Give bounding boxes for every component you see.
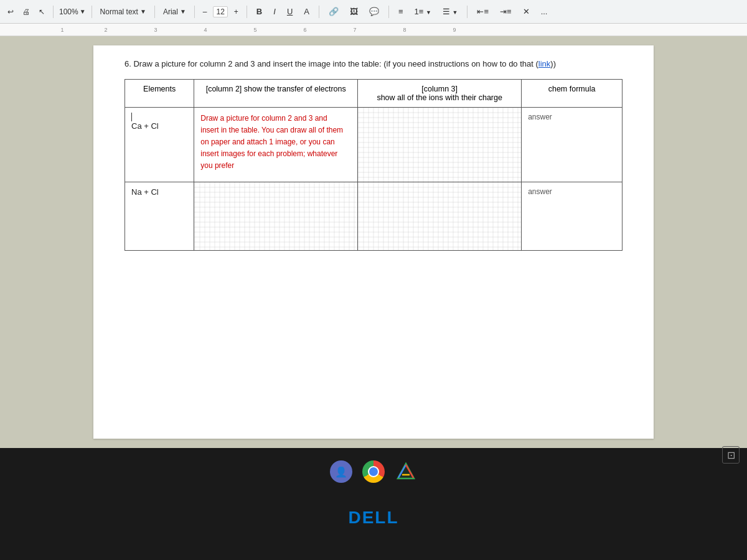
separator4 (194, 6, 195, 18)
header-col3-line2: show all of the ions with their charge (377, 93, 502, 102)
clear-format-icon[interactable]: ✕ (519, 6, 533, 17)
instruction-link[interactable]: link (538, 59, 551, 68)
zoom-value: 100% (59, 7, 78, 16)
document-area: 6. Draw a picture for column 2 and 3 and… (0, 36, 747, 448)
drive-icon[interactable] (395, 460, 417, 483)
separator2 (92, 6, 92, 18)
dell-logo: DELL (348, 508, 398, 528)
zoom-control[interactable]: 100% ▼ (59, 7, 86, 16)
link-icon[interactable]: 🔗 (325, 6, 342, 17)
font-increase-btn[interactable]: + (232, 6, 241, 17)
taskbar-icons: 👤 (330, 460, 417, 483)
cursor (131, 113, 132, 121)
instruction-main: 6. Draw a picture for column 2 and 3 and… (125, 59, 538, 68)
image-icon[interactable]: 🖼 (346, 6, 362, 17)
ruler-mark: 5 (230, 27, 280, 33)
text-color-button[interactable]: A (300, 6, 313, 17)
checklist-icon[interactable]: ☰ ▼ (439, 6, 462, 17)
ruler-mark: 4 (181, 27, 230, 33)
cursor-icon[interactable]: ↖ (36, 6, 47, 17)
header-elements: Elements (125, 79, 194, 107)
ruler-mark: 1 (44, 27, 81, 33)
ruler-mark: 2 (81, 27, 131, 33)
style-label: Normal text (100, 7, 138, 16)
element-cell-1: Ca + Cl (125, 107, 194, 182)
ruler-mark: 9 (430, 27, 479, 33)
align-icon[interactable]: ≡ (395, 6, 407, 17)
style-dropdown-icon: ▼ (140, 8, 146, 15)
window-icon[interactable]: ⊡ (722, 446, 740, 464)
header-col2: [column 2] show the transfer of electron… (194, 79, 358, 107)
taskbar: 👤 DELL (0, 448, 747, 560)
table-row: Na + Cl answer (125, 182, 622, 250)
document-page: 6. Draw a picture for column 2 and 3 and… (93, 45, 654, 439)
table-row: Ca + Cl Draw a picture for column 2 and … (125, 107, 622, 182)
separator6 (319, 6, 319, 18)
chem-cell-2[interactable]: answer (522, 182, 622, 250)
bold-button[interactable]: B (253, 6, 266, 17)
indent-decrease-icon[interactable]: ⇤≡ (473, 6, 492, 17)
ruler-marks: 1 2 3 4 5 6 7 8 9 (37, 27, 747, 33)
font-size-box: 12 (213, 6, 227, 17)
zoom-dropdown-icon[interactable]: ▼ (80, 8, 86, 15)
ruler-mark: 3 (131, 27, 181, 33)
element-label-1: Ca + Cl (131, 121, 159, 131)
answer-label-1: answer (528, 113, 552, 121)
instruction-end: )) (550, 59, 556, 68)
element-label-2: Na + Cl (131, 187, 159, 197)
chem-cell-1[interactable]: answer (522, 107, 622, 182)
instruction-text: 6. Draw a picture for column 2 and 3 and… (125, 58, 622, 70)
draw-instruction-text: Draw a picture for column 2 and 3 and in… (200, 114, 343, 170)
header-chem: chem formula (522, 79, 622, 107)
indent-icon[interactable]: ⇥≡ (496, 6, 515, 17)
style-dropdown[interactable]: Normal text ▼ (98, 6, 149, 17)
separator5 (247, 6, 247, 18)
font-size-value: 12 (216, 7, 224, 16)
ruler-mark: 7 (330, 27, 380, 33)
header-col3: [column 3] show all of the ions with the… (358, 79, 522, 107)
print-icon[interactable]: 🖨 (20, 6, 32, 17)
font-decrease-btn[interactable]: – (200, 6, 210, 17)
undo-icon[interactable]: ↩ (5, 6, 16, 17)
header-col3-line1: [column 3] (421, 85, 458, 93)
element-cell-2: Na + Cl (125, 182, 194, 250)
separator (53, 6, 54, 18)
font-dropdown-icon: ▼ (180, 8, 186, 15)
underline-button[interactable]: U (283, 6, 296, 17)
separator7 (388, 6, 389, 18)
svg-marker-2 (398, 465, 413, 478)
user-icon[interactable]: 👤 (330, 460, 352, 483)
col3-cell-2[interactable] (358, 182, 522, 250)
separator8 (467, 6, 467, 18)
col2-cell-1[interactable]: Draw a picture for column 2 and 3 and in… (194, 107, 358, 182)
ruler-mark: 6 (280, 27, 330, 33)
ruler: 1 2 3 4 5 6 7 8 9 (0, 24, 747, 36)
table-header-row: Elements [column 2] show the transfer of… (125, 79, 622, 107)
content-table: Elements [column 2] show the transfer of… (125, 79, 622, 251)
font-label: Arial (163, 7, 178, 16)
font-dropdown[interactable]: Arial ▼ (161, 6, 189, 17)
chrome-icon[interactable] (362, 460, 385, 483)
ruler-mark: 8 (380, 27, 430, 33)
separator3 (154, 6, 155, 18)
italic-button[interactable]: I (270, 6, 280, 17)
answer-label-2: answer (528, 187, 552, 196)
line-spacing-icon[interactable]: 1≡ ▼ (411, 6, 435, 17)
toolbar: ↩ 🖨 ↖ 100% ▼ Normal text ▼ Arial ▼ – 12 … (0, 0, 747, 24)
col2-cell-2[interactable] (194, 182, 358, 250)
col3-cell-1[interactable] (358, 107, 522, 182)
comment-icon[interactable]: 💬 (365, 6, 383, 17)
more-btn[interactable]: ... (537, 6, 552, 17)
